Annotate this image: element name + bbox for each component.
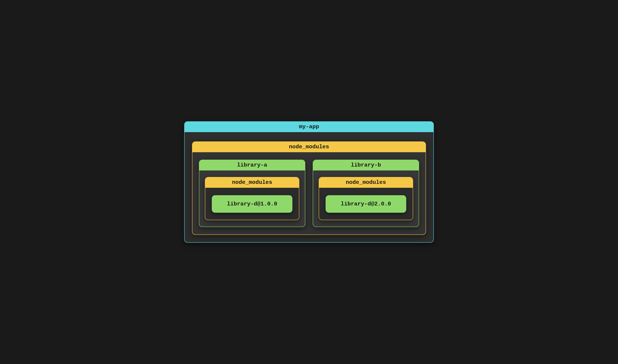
app-title: my-app	[185, 122, 433, 132]
library-a-title: library-a	[199, 160, 305, 170]
library-b-body: node_modules library-d@2.0.0	[313, 170, 419, 227]
library-a-container: library-a node_modules library-d@1.0.0	[199, 160, 305, 227]
library-b-title: library-b	[313, 160, 419, 170]
library-b-node-modules-body: library-d@2.0.0	[319, 188, 413, 220]
library-b-node-modules: node_modules library-d@2.0.0	[319, 177, 413, 220]
library-a-package: library-d@1.0.0	[212, 195, 292, 213]
library-a-node-modules: node_modules library-d@1.0.0	[205, 177, 299, 220]
node-modules-outer-label: node_modules	[192, 142, 426, 152]
node-modules-outer-body: library-a node_modules library-d@1.0.0	[192, 152, 426, 234]
library-b-node-modules-label: node_modules	[319, 177, 413, 188]
node-modules-outer: node_modules library-a node_modules libr…	[192, 142, 426, 235]
library-a-node-modules-body: library-d@1.0.0	[205, 188, 299, 220]
library-b-package: library-d@2.0.0	[326, 195, 406, 213]
library-a-node-modules-label: node_modules	[205, 177, 299, 188]
app-body: node_modules library-a node_modules libr…	[185, 132, 433, 242]
library-b-container: library-b node_modules library-d@2.0.0	[313, 160, 419, 227]
libraries-row: library-a node_modules library-d@1.0.0	[199, 160, 419, 227]
library-a-body: node_modules library-d@1.0.0	[199, 170, 305, 227]
app-container: my-app node_modules library-a node_modul…	[184, 121, 434, 243]
